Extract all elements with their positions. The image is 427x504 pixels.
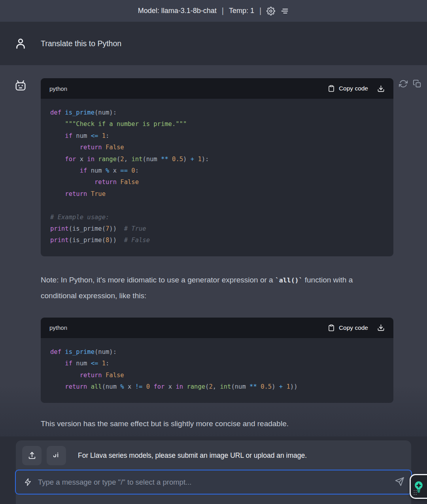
send-plane-icon [395,476,405,487]
header-bar: Model: llama-3.1-8b-chat | Temp: 1 | [0,0,427,22]
download-icon [377,85,385,92]
code-language-label: python [49,85,67,92]
composer-container: For Llava series models, please submit a… [16,440,411,504]
upload-image-button[interactable] [22,446,42,465]
copy-code-button[interactable]: Copy code [328,324,368,331]
download-code-button[interactable] [377,85,385,92]
closing-paragraph: This version has the same effect but is … [41,419,393,428]
lightning-icon [24,478,32,486]
composer-helper-text: For Llava series models, please submit a… [78,451,307,460]
code-block-header: python Copy code [41,78,393,99]
menu-lines-icon[interactable] [280,7,289,15]
refresh-icon [399,79,408,88]
user-message-row: Translate this to Python [0,22,427,65]
header-model-label: Model: llama-3.1-8b-chat [138,7,217,15]
code-block-body: def is_prime(num): """Check if a number … [41,99,393,256]
code-block-body: def is_prime(num): if num <= 1: return F… [41,338,393,403]
copy-code-button[interactable]: Copy code [328,85,368,92]
settings-gear-icon[interactable] [266,7,275,15]
header-separator: | [259,6,261,15]
user-avatar [0,37,41,50]
note-text-before: Note: In Python, it's more idiomatic to … [41,276,275,284]
code-block-header: python Copy code [41,318,393,338]
header-temp-label: Temp: 1 [229,7,254,15]
user-message-text: Translate this to Python [41,39,121,48]
download-icon [377,324,385,331]
composer-bar: For Llava series models, please submit a… [0,436,427,504]
image-url-button[interactable] [47,446,66,465]
drag-handle-dots [413,490,417,495]
upload-icon [28,451,36,460]
code-block: python Copy code def is_prime(num): """C… [41,78,393,256]
header-separator: | [222,6,224,15]
send-button[interactable] [395,476,405,487]
code-block: python Copy code def is_prime(num): if n… [41,318,393,403]
download-code-button[interactable] [377,324,385,331]
inline-code-all: `all()` [275,276,303,284]
copy-code-label: Copy code [339,85,368,92]
copy-response-button[interactable] [413,79,421,88]
robot-icon [14,79,27,93]
response-actions [393,65,427,88]
message-input-box [15,470,412,495]
clipboard-icon [328,85,335,92]
message-input[interactable] [38,478,389,487]
note-paragraph: Note: In Python, it's more idiomatic to … [41,272,389,303]
assistant-message-row: python Copy code def is_prime(num): """C… [0,65,427,436]
regenerate-button[interactable] [399,79,408,88]
assistant-message-content: python Copy code def is_prime(num): """C… [41,65,393,428]
pen-url-icon [52,451,61,460]
composer-helper-row: For Llava series models, please submit a… [22,446,405,465]
copy-icon [413,79,421,88]
copy-code-label: Copy code [339,324,368,331]
clipboard-icon [328,324,335,331]
person-icon [14,37,27,50]
code-language-label: python [49,324,67,331]
extension-lightbulb-badge[interactable] [410,474,427,499]
bot-avatar [0,65,41,93]
